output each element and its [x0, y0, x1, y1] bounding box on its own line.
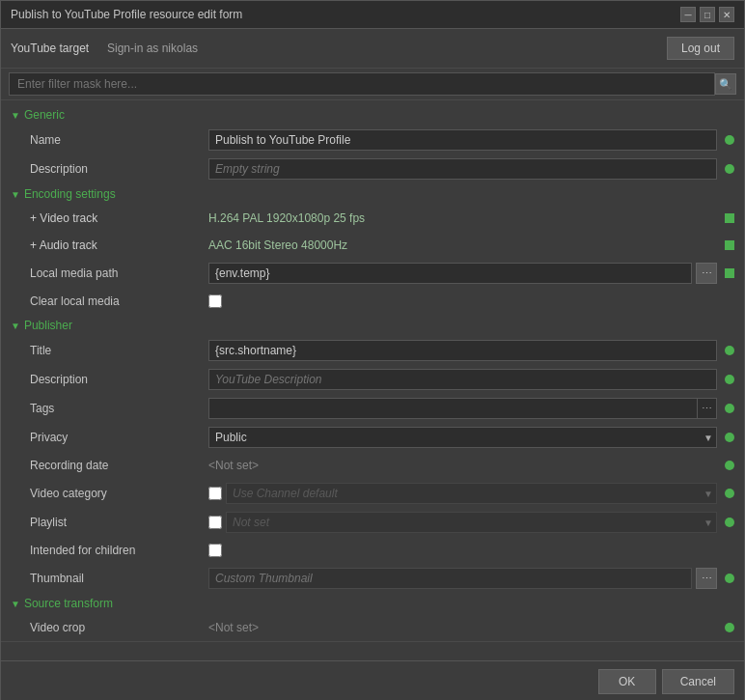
playlist-value: Not set ▼ — [208, 512, 734, 533]
section-publisher[interactable]: ▼ Publisher — [1, 315, 744, 336]
cancel-button[interactable]: Cancel — [662, 669, 734, 694]
video-crop-label: Video crop — [30, 621, 208, 634]
title-value — [208, 340, 734, 361]
clear-local-media-value — [208, 294, 734, 308]
audio-track-label: + Audio track — [30, 238, 208, 252]
section-source-transform[interactable]: ▼ Source transform — [1, 593, 744, 614]
logout-button[interactable]: Log out — [667, 37, 734, 60]
video-category-dropdown-wrapper: Use Channel default ▼ — [226, 483, 717, 504]
filter-input[interactable] — [9, 72, 715, 96]
privacy-label: Privacy — [30, 431, 208, 444]
recording-date-row: Recording date <Not set> — [1, 452, 744, 479]
audio-track-row: + Audio track AAC 16bit Stereo 48000Hz — [1, 232, 744, 259]
audio-track-indicator — [725, 240, 734, 250]
playlist-dropdown-wrapper: Not set ▼ — [226, 512, 717, 533]
description-publisher-indicator — [725, 375, 734, 384]
playlist-label: Playlist — [30, 516, 208, 529]
playlist-checkbox[interactable] — [208, 516, 222, 529]
name-label: Name — [30, 133, 208, 147]
title-row: Title — [1, 336, 744, 365]
thumbnail-row: Thumbnail ⋯ — [1, 564, 744, 593]
intended-for-children-value — [208, 544, 734, 557]
window-controls: ─ □ ✕ — [680, 7, 734, 22]
intended-for-children-row: Intended for children — [1, 537, 744, 564]
video-crop-value: <Not set> — [208, 621, 734, 634]
privacy-dropdown-wrapper: Public Private Unlisted ▼ — [208, 427, 717, 448]
filter-row: 🔍 — [1, 69, 744, 100]
publisher-arrow: ▼ — [11, 321, 20, 331]
generic-arrow: ▼ — [11, 110, 20, 121]
local-media-indicator — [725, 268, 734, 278]
video-track-row: + Video track H.264 PAL 1920x1080p 25 fp… — [1, 205, 744, 232]
video-category-row: Video category Use Channel default ▼ — [1, 479, 744, 508]
thumbnail-indicator — [725, 574, 734, 583]
video-track-indicator — [725, 213, 734, 223]
title-indicator — [725, 346, 734, 355]
form-area: ▼ Generic Name Description ▼ Encoding se… — [1, 100, 744, 660]
description-generic-value — [208, 158, 734, 180]
search-icon[interactable]: 🔍 — [715, 73, 736, 95]
maximize-button[interactable]: □ — [700, 7, 715, 22]
local-media-path-label: Local media path — [30, 266, 208, 280]
tags-input[interactable] — [209, 399, 697, 418]
name-indicator — [725, 135, 734, 145]
tags-label: Tags — [30, 402, 208, 415]
name-row: Name — [1, 126, 744, 154]
description-publisher-row: Description — [1, 365, 744, 394]
clear-local-media-label: Clear local media — [30, 294, 208, 308]
video-category-label: Video category — [30, 487, 208, 500]
thumbnail-value: ⋯ — [208, 568, 734, 589]
clear-local-media-checkbox[interactable] — [208, 294, 222, 308]
local-media-browse-button[interactable]: ⋯ — [696, 263, 717, 284]
privacy-row: Privacy Public Private Unlisted ▼ — [1, 423, 744, 452]
description-generic-label: Description — [30, 162, 208, 176]
tags-value: ⋯ — [208, 398, 734, 419]
local-media-path-input[interactable] — [208, 263, 692, 284]
description-generic-row: Description — [1, 154, 744, 183]
window-title: Publish to YouTube Profile resource edit… — [11, 8, 242, 21]
encoding-label: Encoding settings — [24, 187, 116, 201]
name-input[interactable] — [208, 129, 717, 151]
section-generic[interactable]: ▼ Generic — [1, 104, 744, 126]
title-label: Title — [30, 344, 208, 357]
minimize-button[interactable]: ─ — [680, 7, 696, 22]
video-track-label: + Video track — [30, 211, 208, 225]
ok-button[interactable]: OK — [598, 669, 656, 694]
section-encoding-settings[interactable]: ▼ Encoding settings — [1, 183, 744, 205]
youtube-target-label: YouTube target — [11, 42, 107, 55]
audio-track-text: AAC 16bit Stereo 48000Hz — [208, 238, 717, 252]
video-track-value: H.264 PAL 1920x1080p 25 fps — [208, 211, 734, 225]
tags-browse-button[interactable]: ⋯ — [697, 399, 716, 418]
playlist-indicator — [725, 518, 734, 527]
description-generic-indicator — [725, 164, 734, 174]
tags-indicator — [725, 404, 734, 413]
recording-date-label: Recording date — [30, 459, 208, 472]
privacy-value: Public Private Unlisted ▼ — [208, 427, 734, 448]
video-category-checkbox[interactable] — [208, 487, 222, 500]
description-generic-input[interactable] — [208, 158, 717, 180]
thumbnail-browse-button[interactable]: ⋯ — [696, 568, 717, 589]
description-publisher-input[interactable] — [208, 369, 717, 390]
privacy-select[interactable]: Public Private Unlisted — [208, 427, 717, 448]
tags-input-wrapper: ⋯ — [208, 398, 717, 419]
playlist-row: Playlist Not set ▼ — [1, 508, 744, 537]
recording-date-text: <Not set> — [208, 459, 717, 472]
thumbnail-input[interactable] — [208, 568, 692, 589]
encoding-arrow: ▼ — [11, 189, 20, 200]
video-category-value: Use Channel default ▼ — [208, 483, 734, 504]
intended-for-children-checkbox[interactable] — [208, 544, 222, 557]
form-bottom-area — [1, 641, 744, 660]
name-value — [208, 129, 734, 151]
title-input[interactable] — [208, 340, 717, 361]
video-category-indicator — [725, 489, 734, 498]
youtube-target-row: YouTube target Sign-in as nikolas Log ou… — [1, 29, 744, 69]
generic-label: Generic — [24, 108, 65, 122]
bottom-bar: OK Cancel — [1, 660, 744, 700]
privacy-indicator — [725, 433, 734, 442]
intended-for-children-label: Intended for children — [30, 544, 208, 557]
source-transform-label: Source transform — [24, 597, 113, 610]
signin-text: Sign-in as nikolas — [107, 42, 667, 55]
close-button[interactable]: ✕ — [719, 7, 734, 22]
local-media-path-row: Local media path ⋯ — [1, 259, 744, 288]
local-media-path-value: ⋯ — [208, 263, 734, 284]
